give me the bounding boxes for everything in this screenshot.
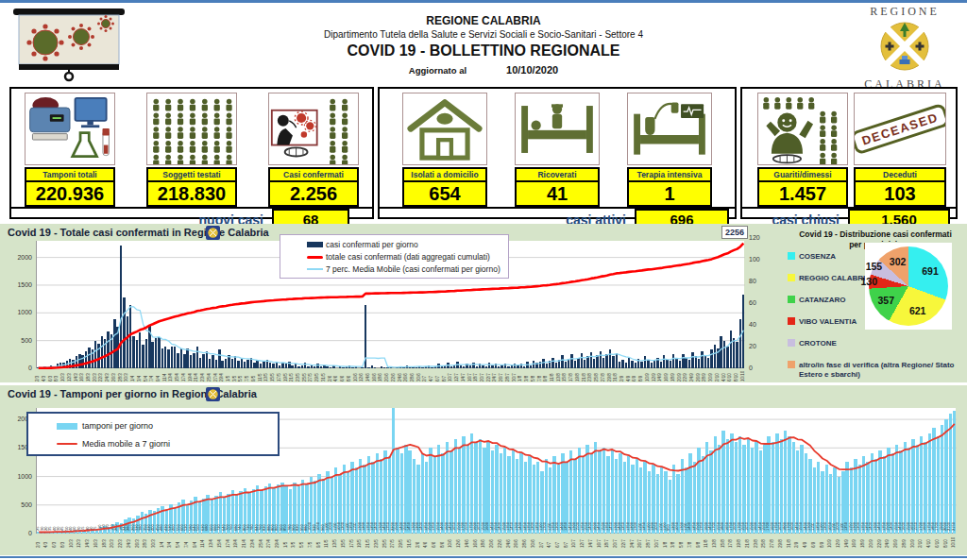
x-axis-date-label: 10/10: [951, 532, 956, 548]
axis-tick-label: 2000: [17, 254, 32, 261]
regione-calabria-logo: REGIONE CALABRIA: [854, 5, 956, 92]
x-axis-date-label: 19/5: [357, 532, 362, 548]
x-axis-date-label: 17/5: [349, 532, 354, 548]
x-axis-date-label: 14/6: [465, 532, 469, 548]
x-axis-date-label: 29/8: [778, 532, 783, 548]
pie-chart: 691621357130155302: [865, 243, 952, 330]
x-axis-date-label: 24/3: [105, 365, 110, 382]
x-axis-date-label: 15/8: [721, 532, 725, 548]
x-axis-date-label: 7/5: [245, 365, 249, 382]
x-axis-date-label: 2/6: [416, 532, 420, 548]
calabria-badge-icon: [206, 387, 220, 401]
x-axis-date-label: 12/3: [76, 532, 81, 548]
pie-legend-label: CROTONE: [799, 339, 955, 348]
x-axis-date-label: 27/5: [308, 365, 313, 382]
stats-group-active: Isolati a domicilio 654 Ricoverati: [378, 87, 737, 219]
stat-label: Ricoverati: [517, 169, 598, 182]
recovered-person-icon: [757, 93, 848, 165]
stat-label: Casi confermati: [270, 169, 357, 182]
x-axis-date-label: 8/6: [347, 365, 351, 382]
legend-label: tamponi per giorno: [82, 421, 153, 431]
x-axis-date-label: 9/5: [316, 532, 321, 548]
x-axis-date-label: 14/3: [85, 532, 90, 548]
x-axis-date-label: 14/9: [844, 532, 849, 548]
deceased-stamp-icon: DECEASED: [854, 93, 946, 165]
axis-tick-label: 40: [749, 321, 768, 328]
x-axis-date-label: 28/9: [902, 532, 907, 548]
x-axis-date-label: 25/8: [761, 532, 766, 548]
axis-tick-label: 500: [21, 501, 32, 508]
x-axis-date-label: 18/7: [604, 532, 609, 548]
x-axis-date-label: 21/5: [289, 365, 294, 382]
x-axis-date-label: 7/8: [537, 365, 542, 382]
org-name: REGIONE CALABRIA: [238, 14, 729, 27]
x-axis-date-label: 16/3: [93, 532, 98, 548]
axis-tick-label: 0: [28, 530, 32, 536]
stat-value: 218.830: [148, 182, 235, 205]
x-axis-date-label: 11/8: [704, 532, 708, 548]
stat-label: Soggetti testati: [148, 169, 235, 182]
x-axis-date-label: 1/8: [517, 365, 522, 382]
stat-label: Deceduti: [856, 169, 944, 182]
x-axis-date-label: 16/9: [664, 365, 669, 382]
x-axis-date-label: 14/9: [657, 365, 662, 382]
x-axis-date-label: 20/9: [677, 365, 682, 382]
x-axis-date-label: 30/3: [124, 365, 128, 382]
pie-legend-swatch: [788, 274, 795, 281]
x-axis-date-label: 18/9: [670, 365, 675, 382]
swabs-chart-legend: tamponi per giorno Media mobile a 7 gior…: [26, 412, 280, 456]
x-axis-date-label: 14/6: [365, 365, 370, 382]
x-axis-date-label: 7/5: [308, 532, 313, 548]
x-axis-date-label: 26/6: [403, 365, 408, 382]
x-axis-date-label: 26/3: [111, 365, 116, 382]
axis-tick-label: 20: [749, 343, 768, 349]
x-axis-date-label: 17/5: [277, 365, 281, 382]
x-axis-date-label: 1/8: [663, 532, 668, 548]
x-axis-date-label: 8/6: [440, 532, 445, 548]
x-axis-date-label: 8/10: [943, 532, 948, 548]
x-axis-date-label: 16/9: [852, 532, 857, 548]
x-axis-date-label: 7/4: [184, 532, 189, 548]
x-axis-date-label: 13/5: [332, 532, 337, 548]
stat-card-tamponi: Tamponi totali 220.936: [25, 93, 115, 207]
x-axis-date-label: 13/8: [712, 532, 717, 548]
axis-tick-label: 80: [749, 278, 768, 284]
x-axis-date-label: 14/7: [588, 532, 593, 548]
axis-tick-label: 120: [749, 234, 768, 241]
x-axis-date-label: 6/10: [727, 365, 732, 382]
logo-top-text: REGIONE: [854, 5, 956, 19]
x-axis-date-label: 21/8: [582, 365, 586, 382]
x-axis-date-label: 29/4: [275, 532, 280, 548]
stats-group-tests: Tamponi totali 220.936 Soggetti testati …: [9, 87, 374, 219]
cases-left-axis: 0500100015002000: [9, 241, 32, 368]
x-axis-date-label: 15/8: [562, 365, 567, 382]
x-axis-date-label: 13/8: [556, 365, 561, 382]
x-axis-date-label: 26/6: [514, 532, 518, 548]
x-axis-date-label: 8/9: [638, 365, 643, 382]
axis-tick-label: 60: [749, 299, 768, 306]
x-axis-date-label: 12/6: [359, 365, 364, 382]
legend-swatch-cumulative-line: [307, 256, 323, 259]
x-axis-date-label: 20/6: [384, 365, 389, 382]
x-axis-date-label: 30/6: [531, 532, 535, 548]
x-axis-date-label: 23/5: [374, 532, 379, 548]
x-axis-date-label: 10/9: [827, 532, 832, 548]
x-axis-date-label: 21/5: [365, 532, 370, 548]
x-axis-date-label: 21/4: [194, 365, 198, 382]
x-axis-date-label: 4/3: [42, 365, 46, 382]
x-axis-date-label: 18/6: [481, 532, 485, 548]
x-axis-date-label: 27/5: [390, 532, 395, 548]
bottom-rule: [0, 556, 967, 558]
x-axis-date-label: 3/5: [232, 365, 237, 382]
pie-slice-value: 621: [909, 305, 926, 316]
x-axis-date-label: 16/6: [473, 532, 478, 548]
header-text: REGIONE CALABRIA Dipartimento Tutela del…: [238, 14, 729, 76]
axis-tick-label: 0: [28, 365, 32, 371]
x-axis-date-label: 11/5: [258, 365, 263, 382]
x-axis-date-label: 30/9: [708, 365, 713, 382]
x-axis-date-label: 2/10: [918, 532, 923, 548]
x-axis-date-label: 12/9: [652, 365, 656, 382]
x-axis-date-label: 26/3: [135, 532, 140, 548]
legend-swatch-ma-line: [307, 268, 323, 270]
legend-label: casi confermati per giorno: [326, 240, 418, 249]
